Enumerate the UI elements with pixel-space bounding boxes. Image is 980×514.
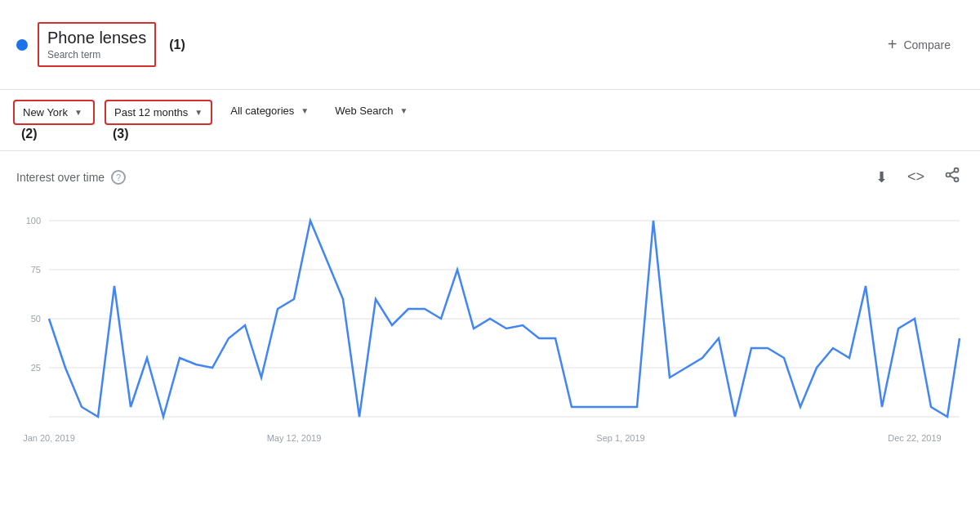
compare-label: Compare <box>903 38 951 51</box>
embed-icon[interactable]: <> <box>904 165 928 189</box>
category-dropdown[interactable]: All categories ▼ <box>222 100 317 122</box>
time-dropdown[interactable]: Past 12 months ▼ <box>105 100 212 125</box>
time-chevron-icon: ▼ <box>194 108 203 117</box>
chart-title-area: Interest over time ? <box>16 170 126 185</box>
search-term-area: Phone lenses Search term (1) <box>16 22 185 67</box>
svg-text:Jan 20, 2019: Jan 20, 2019 <box>23 433 75 443</box>
svg-text:25: 25 <box>31 363 41 373</box>
search-term-title: Phone lenses <box>47 29 146 47</box>
search-type-dropdown[interactable]: Web Search ▼ <box>327 100 416 122</box>
annotation-2: (2) <box>21 127 38 141</box>
chart-actions: ⬇ <> <box>872 163 964 190</box>
category-chevron-icon: ▼ <box>301 106 309 115</box>
location-chevron-icon: ▼ <box>74 108 82 117</box>
svg-text:May 12, 2019: May 12, 2019 <box>267 433 322 443</box>
chart-svg: 100 75 50 25 Jan 20, 2019 May 12, 2019 S… <box>16 204 964 482</box>
svg-text:100: 100 <box>26 216 41 226</box>
download-icon[interactable]: ⬇ <box>872 165 891 190</box>
svg-line-4 <box>950 171 955 173</box>
svg-text:Sep 1, 2019: Sep 1, 2019 <box>596 433 644 443</box>
annotation-3: (3) <box>113 127 129 141</box>
location-label: New York <box>23 106 68 118</box>
time-label: Past 12 months <box>114 106 188 118</box>
annotation-1: (1) <box>169 38 185 52</box>
svg-line-3 <box>950 176 955 178</box>
compare-button[interactable]: + Compare <box>875 29 964 60</box>
svg-text:50: 50 <box>31 314 41 324</box>
chart-container: 100 75 50 25 Jan 20, 2019 May 12, 2019 S… <box>0 196 980 514</box>
svg-point-1 <box>947 173 951 177</box>
location-dropdown[interactable]: New York ▼ <box>13 100 95 125</box>
header: Phone lenses Search term (1) + Compare <box>0 0 980 90</box>
svg-text:75: 75 <box>31 265 41 275</box>
svg-text:Dec 22, 2019: Dec 22, 2019 <box>888 433 941 443</box>
chart-title: Interest over time <box>16 171 105 184</box>
time-filter-group: Past 12 months ▼ (3) <box>105 100 212 141</box>
filters-bar: New York ▼ (2) Past 12 months ▼ (3) All … <box>0 90 980 151</box>
search-type-chevron-icon: ▼ <box>399 106 408 115</box>
svg-point-2 <box>955 177 959 181</box>
search-type-label: Web Search <box>335 105 393 117</box>
search-dot-indicator <box>16 39 28 51</box>
help-icon[interactable]: ? <box>111 170 126 185</box>
svg-point-0 <box>955 168 959 172</box>
search-term-box[interactable]: Phone lenses Search term <box>38 22 156 67</box>
category-label: All categories <box>230 105 294 117</box>
chart-inner: 100 75 50 25 Jan 20, 2019 May 12, 2019 S… <box>16 204 964 482</box>
location-filter-group: New York ▼ (2) <box>13 100 95 141</box>
chart-header: Interest over time ? ⬇ <> <box>0 151 980 196</box>
search-term-subtitle: Search term <box>47 49 146 60</box>
share-icon[interactable] <box>941 163 964 190</box>
compare-plus-icon: + <box>888 35 898 54</box>
